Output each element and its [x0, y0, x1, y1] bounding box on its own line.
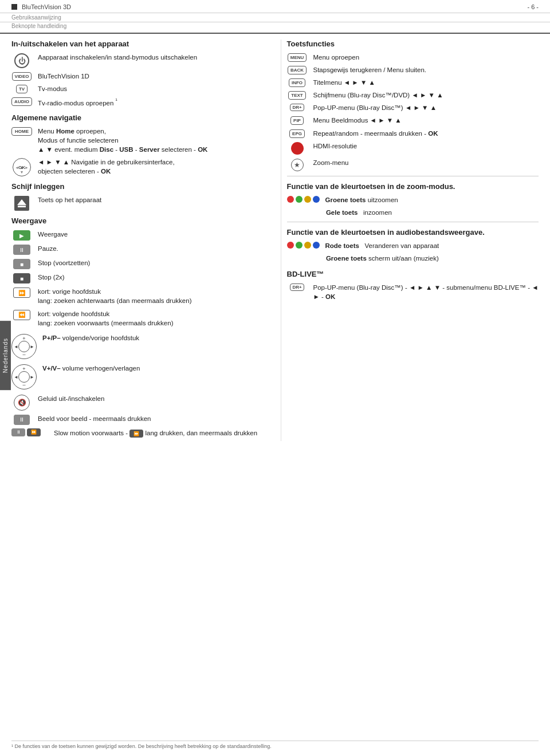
zoom-color-dots-icon [287, 196, 320, 203]
list-item: ★ Zoom-menu [287, 158, 539, 171]
video-icon: VIDEO [11, 72, 32, 81]
page-header: BluTechVision 3D - 6 - [0, 0, 550, 13]
bdlive-drplus-icon: DR+ [287, 284, 308, 291]
tv-icon: TV [11, 85, 32, 93]
pip-key-icon: PIP [287, 116, 308, 125]
audio-red-dot-icon [287, 242, 294, 249]
audio-yellow-dot-icon [304, 242, 311, 249]
list-item: Rode toets Veranderen van apparaat [287, 241, 539, 250]
red-dot-icon [287, 196, 294, 203]
list-item: AUDIO Tv-radio-modus oproepen ¹ [11, 97, 264, 108]
list-item: EPG Repeat/random - meermaals drukken - … [287, 129, 539, 138]
back-key-text: Stapsgewijs terugkeren / Menu sluiten. [313, 65, 539, 74]
audio-blue-dot-icon [313, 242, 320, 249]
footer: ¹ De functies van de toetsen kunnen gewi… [11, 741, 539, 749]
list-item: ⏸ Beeld voor beeld - meermaals drukken [11, 414, 264, 425]
section-nav-title: Algemene navigatie [11, 113, 264, 122]
bdlive-text: Pop-UP-menu (Blu-ray Disc™) - ◄ ► ▲ ▼ - … [313, 283, 539, 301]
footer-note: ¹ De functies van de toetsen kunnen gewi… [11, 743, 272, 749]
pause-text: Pauze. [38, 244, 264, 253]
list-item: Toets op het apparaat [11, 195, 264, 211]
eject-icon [11, 196, 32, 211]
list-item: MENU Menu oproepen [287, 53, 539, 62]
stop2-icon: ■ [11, 273, 32, 284]
right-column: Toetsfuncties MENU Menu oproepen BACK St… [281, 40, 539, 441]
left-column: In-/uitschakelen van het apparaat ⏻ Aapp… [11, 40, 269, 441]
slow-motion-text: Slow motion voorwaarts - ⏩ lang drukken,… [54, 428, 264, 438]
zoom-gele-text: Gele toets inzoomen [313, 208, 539, 217]
bdlive-title: BD-LIVE™ [287, 270, 539, 278]
audio-text: Tv-radio-modus oproepen ¹ [38, 97, 264, 108]
audio-color-dots-icon [287, 242, 320, 249]
yellow-dot-icon [304, 196, 311, 203]
dial-volume-icon: + – ► ◄ [11, 364, 37, 389]
dial-chapter-icon: + – ► ◄ [11, 334, 37, 359]
epg-key-icon: EPG [287, 129, 308, 138]
svg-rect-1 [18, 206, 26, 207]
stop1-text: Stop (voortzetten) [38, 258, 264, 267]
list-item: Gele toets inzoomen [287, 208, 539, 217]
audio-icon: AUDIO [11, 97, 32, 106]
slow-inline-ff-icon: ⏩ [129, 430, 143, 438]
list-item: + – ► ◄ V+/V– volume verhogen/verlagen [11, 364, 264, 389]
list-item: DR+ Pop-UP-menu (Blu-ray Disc™) ◄ ► ▼ ▲ [287, 103, 539, 112]
list-item: Groene toets scherm uit/aan (muziek) [287, 254, 539, 263]
drplus-key-icon: DR+ [287, 104, 308, 111]
dial-volume-text: V+/V– volume verhogen/verlagen [42, 364, 264, 373]
ok-icon: ▲ ▼ ◄ ► OK [11, 158, 32, 176]
section-disc-title: Schijf inleggen [11, 182, 264, 191]
reddot-key-icon [287, 142, 308, 155]
info-key-text: Titelmenu ◄ ► ▼ ▲ [313, 78, 539, 87]
list-item: ⏻ Aapparaat inschakelen/in stand-bymodus… [11, 53, 264, 68]
star-key-text: Zoom-menu [313, 158, 539, 167]
bdlive-section: BD-LIVE™ DR+ Pop-UP-menu (Blu-ray Disc™)… [287, 270, 539, 301]
ff-text: kort: vorige hoofdstuklang: zoeken achte… [38, 287, 264, 305]
list-item: PIP Menu Beeldmodus ◄ ► ▼ ▲ [287, 116, 539, 125]
audio-groene-text: Groene toets scherm uit/aan (muziek) [313, 254, 539, 263]
menu-key-icon: MENU [287, 53, 308, 62]
zoom-groene-text: Groene toets uitzoomen [325, 195, 539, 204]
stop2-text: Stop (2x) [38, 273, 264, 282]
list-item: Groene toets uitzoomen [287, 195, 539, 204]
list-item: TEXT Schijfmenu (Blu-ray Disc™/DVD) ◄ ► … [287, 90, 539, 100]
header-left: BluTechVision 3D [11, 3, 71, 10]
play-text: Weergave [38, 230, 264, 239]
list-item: BACK Stapsgewijs terugkeren / Menu sluit… [287, 65, 539, 74]
eject-text: Toets op het apparaat [38, 195, 264, 204]
reddot-key-text: HDMI-resolutie [313, 141, 539, 151]
stop1-icon: ■ [11, 259, 32, 269]
list-item: ■ Stop (voortzetten) [11, 258, 264, 269]
page-number: - 6 - [527, 3, 539, 10]
list-item: ▲ ▼ ◄ ► OK ◄ ► ▼ ▲ Navigatie in de gebru… [11, 158, 264, 176]
section-power-title: In-/uitschakelen van het apparaat [11, 40, 264, 48]
list-item: HDMI-resolutie [287, 141, 539, 155]
section-divider [287, 176, 539, 176]
slow-ff-icon: ⏩ [27, 428, 41, 436]
menu-key-text: Menu oproepen [313, 53, 539, 62]
section-divider2 [287, 222, 539, 222]
star-key-icon: ★ [287, 159, 308, 171]
svg-marker-0 [17, 199, 26, 205]
play-icon: ▶ [11, 230, 32, 241]
audio-green-dot-icon [296, 242, 302, 249]
text-key-text: Schijfmenu (Blu-ray Disc™/DVD) ◄ ► ▼ ▲ [313, 90, 539, 100]
blue-dot-icon [313, 196, 320, 203]
pause-icon: ⏸ [11, 245, 32, 255]
home-icon: HOME [11, 127, 32, 136]
slow-pause-icon: ⏸ [11, 428, 25, 436]
pause-frame-icon: ⏸ [11, 415, 32, 425]
list-item: ⏪ kort: volgende hoofdstuklang: zoeken v… [11, 309, 264, 328]
section-playback-title: Weergave [11, 216, 264, 225]
brand-name: BluTechVision 3D [22, 3, 71, 10]
drplus-key-text: Pop-UP-menu (Blu-ray Disc™) ◄ ► ▼ ▲ [313, 103, 539, 112]
section-zoom-title: Functie van de kleurtoetsen in de zoom-m… [287, 182, 539, 191]
home-text: Menu Home oproepen, Modus of functie sel… [38, 127, 264, 154]
audio-rode-text: Rode toets Veranderen van apparaat [325, 241, 539, 250]
power-icon: ⏻ [11, 53, 32, 68]
text-key-icon: TEXT [287, 91, 308, 100]
list-item: + – ► ◄ P+/P– volgende/vorige hoofdstuk [11, 333, 264, 359]
side-tab: Nederlands [0, 321, 11, 390]
pip-key-text: Menu Beeldmodus ◄ ► ▼ ▲ [313, 116, 539, 125]
info-key-icon: INFO [287, 78, 308, 87]
header-square-icon [11, 4, 17, 10]
